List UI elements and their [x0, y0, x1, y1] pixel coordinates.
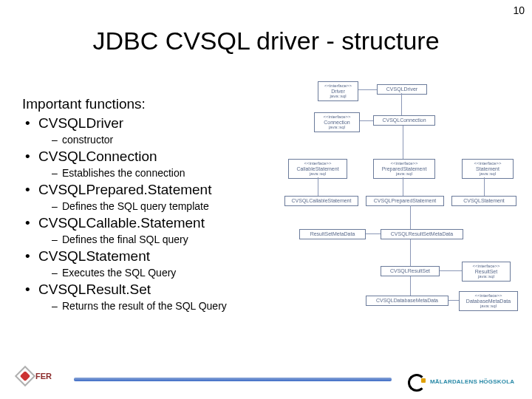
- fer-logo-block: FER: [18, 366, 62, 386]
- item-desc: constructor: [52, 134, 288, 146]
- list-item: CVSQLResult.Set Returns the result of th…: [22, 282, 288, 312]
- intro-text: Important functions:: [22, 96, 288, 112]
- mdh-logo-text: MÄLARDALENS HÖGSKOLA: [430, 378, 514, 385]
- uml-box: CVSQLPreparedStatement: [366, 196, 444, 206]
- fer-logo-text: FER: [35, 372, 52, 381]
- item-name: CVSQLPrepared.Statement: [38, 182, 211, 197]
- uml-box: CVSQLCallableStatement: [284, 196, 358, 206]
- uml-box: CVSQLDriver: [377, 84, 427, 95]
- connector: [484, 177, 485, 196]
- connector: [403, 126, 403, 159]
- uml-box: <<interface>> DatabaseMetaData java::sql: [459, 291, 518, 311]
- content-body: Important functions: CVSQLDriver constru…: [22, 96, 288, 315]
- uml-box: CVSQLDatabaseMetaData: [366, 296, 449, 306]
- item-desc: Establishes the connection: [52, 167, 288, 179]
- item-name: CVSQLCallable.Statement: [38, 215, 205, 231]
- slide-title: JDBC CVSQL driver - structure: [0, 27, 532, 55]
- uml-box: CVSQLResultSet: [381, 266, 440, 276]
- uml-box: <<interface>> ResultSet java::sql: [462, 262, 511, 282]
- item-name: CVSQLDriver: [38, 115, 123, 131]
- function-list: CVSQLDriver constructor CVSQLConnection …: [22, 115, 288, 312]
- connector: [318, 177, 318, 196]
- uml-box: <<interface>> CallableStatement java::sq…: [288, 159, 347, 179]
- uml-box: <<interface>> Statement java::sql: [462, 159, 514, 179]
- uml-box: <<interface>> Connection java::sql: [314, 112, 360, 132]
- mdh-logo-icon: [408, 375, 426, 387]
- list-item: CVSQLPrepared.Statement Defines the SQL …: [22, 182, 288, 212]
- fer-logo-icon: [15, 366, 35, 386]
- uml-box: <<interface>> Driver java::sql: [318, 81, 358, 101]
- connector: [440, 270, 462, 271]
- item-desc: Executes the SQL Query: [52, 267, 288, 279]
- connector: [410, 239, 411, 266]
- mdh-logo-block: MÄLARDALENS HÖGSKOLA: [408, 375, 519, 387]
- page-number: 10: [513, 4, 525, 16]
- uml-diagram: <<interface>> Driver java::sql CVSQLDriv…: [284, 81, 521, 318]
- list-item: CVSQLDriver constructor: [22, 115, 288, 146]
- connector: [401, 93, 402, 115]
- footer: FER MÄLARDALENS HÖGSKOLA: [0, 359, 532, 389]
- connector: [360, 120, 373, 121]
- connector: [358, 89, 377, 90]
- connector: [403, 177, 403, 196]
- connector: [410, 205, 411, 229]
- connector: [449, 300, 459, 301]
- connector: [410, 276, 411, 296]
- uml-box: CVSQLResultSetMetaData: [381, 229, 463, 239]
- item-name: CVSQLResult.Set: [38, 282, 151, 297]
- item-desc: Defines the final SQL query: [52, 233, 288, 245]
- item-name: CVSQLConnection: [38, 149, 157, 164]
- connector: [366, 233, 381, 234]
- uml-box: CVSQLStatement: [451, 196, 516, 206]
- footer-rule: [74, 378, 392, 381]
- slide: 10 JDBC CVSQL driver - structure Importa…: [0, 0, 532, 399]
- uml-box: <<interface>> PreparedStatement java::sq…: [373, 159, 435, 179]
- list-item: CVSQLCallable.Statement Defines the fina…: [22, 215, 288, 245]
- item-name: CVSQLStatement: [38, 248, 150, 264]
- list-item: CVSQLConnection Establishes the connecti…: [22, 149, 288, 179]
- list-item: CVSQLStatement Executes the SQL Query: [22, 248, 288, 279]
- uml-box: ResultSetMetaData: [299, 229, 366, 239]
- item-desc: Returns the result of the SQL Query: [52, 300, 288, 312]
- uml-box: CVSQLConnection: [373, 115, 435, 126]
- item-desc: Defines the SQL query template: [52, 200, 288, 212]
